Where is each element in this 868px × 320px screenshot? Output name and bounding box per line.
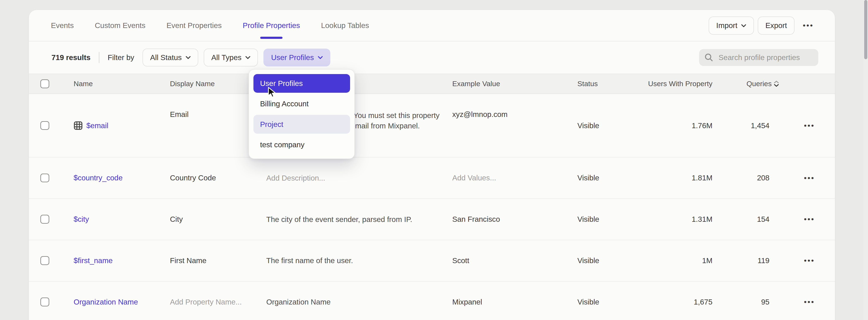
users-with-property-cell: 1.76M [641, 94, 713, 157]
search-input[interactable] [717, 52, 812, 62]
chevron-down-icon [245, 56, 250, 60]
type-filter-label: All Types [211, 53, 242, 62]
display-name-cell: Country Code [170, 157, 266, 199]
property-name-link[interactable]: $country_code [74, 174, 123, 182]
table-row: $city City The city of the event sender,… [29, 199, 835, 240]
search-box[interactable] [699, 49, 818, 66]
header-status: Status [578, 79, 641, 88]
filter-by-label: Filter by [108, 53, 134, 62]
header-users-with-property: Users With Property [641, 79, 713, 88]
row-checkbox[interactable] [40, 215, 49, 224]
row-actions-button[interactable]: ••• [804, 298, 815, 306]
header-actions: Import Export ••• [709, 16, 818, 35]
status-filter-button[interactable]: All Status [143, 48, 198, 67]
example-value-cell: San Francisco [452, 199, 578, 240]
status-cell: Visible [578, 282, 641, 320]
table-row: $email Email The user's email address. Y… [29, 94, 835, 157]
export-button[interactable]: Export [758, 16, 795, 35]
content-card: Events Custom Events Event Properties Pr… [29, 10, 835, 320]
row-checkbox[interactable] [40, 297, 49, 307]
profile-type-dropdown-menu: User Profiles Billing Account Project te… [249, 69, 355, 159]
example-value-cell: Mixpanel [452, 282, 578, 320]
queries-label: Queries [746, 79, 772, 88]
type-filter-button[interactable]: All Types [204, 48, 258, 67]
chevron-down-icon [318, 56, 323, 60]
row-actions-button[interactable]: ••• [804, 257, 815, 264]
profile-properties-page: Events Custom Events Event Properties Pr… [0, 0, 868, 320]
row-actions-button[interactable]: ••• [804, 122, 815, 129]
status-cell: Visible [578, 240, 641, 281]
results-count: 719 results [52, 53, 91, 62]
divider [99, 52, 99, 63]
ellipsis-icon: ••• [803, 22, 814, 29]
row-checkbox[interactable] [40, 174, 49, 182]
dropdown-item-test-company[interactable]: test company [253, 135, 350, 154]
users-with-property-cell: 1.81M [641, 157, 713, 199]
description-cell: The city of the event sender, parsed fro… [266, 214, 412, 225]
table-grid-icon [74, 121, 83, 130]
mouse-cursor-icon [268, 87, 277, 99]
header-example-value: Example Value [452, 79, 578, 88]
add-values-placeholder[interactable]: Add Values... [452, 157, 578, 199]
table-header: Name Display Name Description Example Va… [29, 74, 835, 94]
header-name: Name [74, 79, 170, 88]
queries-cell: 154 [713, 199, 779, 240]
row-actions-button[interactable]: ••• [804, 216, 815, 223]
tab-profile-properties[interactable]: Profile Properties [243, 10, 300, 41]
status-cell: Visible [578, 199, 641, 240]
tab-custom-events[interactable]: Custom Events [95, 10, 145, 41]
property-name-link[interactable]: $first_name [74, 256, 113, 265]
queries-cell: 208 [713, 157, 779, 199]
example-value-cell: xyz@lmnop.com [452, 94, 578, 157]
chevron-down-icon [741, 24, 746, 28]
sort-icon[interactable] [774, 81, 779, 87]
description-cell: Organization Name [266, 297, 331, 307]
queries-cell: 95 [713, 282, 779, 320]
example-value-cell: Scott [452, 240, 578, 281]
profile-type-filter-label: User Profiles [271, 53, 314, 62]
status-filter-label: All Status [150, 53, 182, 62]
table-row: $country_code Country Code Add Descripti… [29, 157, 835, 199]
scrollbar-track[interactable] [864, 0, 868, 320]
row-actions-button[interactable]: ••• [804, 174, 815, 182]
queries-cell: 1,454 [713, 94, 779, 157]
profile-type-filter-button[interactable]: User Profiles [264, 48, 330, 67]
more-options-button[interactable]: ••• [799, 17, 818, 34]
row-checkbox[interactable] [40, 121, 49, 130]
chevron-down-icon [186, 56, 191, 60]
tab-bar: Events Custom Events Event Properties Pr… [51, 10, 369, 41]
scrollbar-thumb[interactable] [864, 0, 868, 59]
add-description-placeholder[interactable]: Add Description... [266, 173, 325, 183]
tab-event-properties[interactable]: Event Properties [166, 10, 222, 41]
queries-cell: 119 [713, 240, 779, 281]
header-queries: Queries [713, 79, 779, 88]
property-name-link[interactable]: $city [74, 215, 89, 223]
description-cell: The first name of the user. [266, 255, 353, 266]
status-cell: Visible [578, 157, 641, 199]
tabs-row: Events Custom Events Event Properties Pr… [29, 10, 835, 42]
table-row: Organization Name Add Property Name... O… [29, 282, 835, 320]
add-property-name-placeholder[interactable]: Add Property Name... [170, 282, 266, 320]
filter-bar: 719 results Filter by All Status All Typ… [29, 41, 835, 73]
display-name-cell: First Name [170, 240, 266, 281]
table-row: $first_name First Name The first name of… [29, 240, 835, 282]
status-cell: Visible [578, 94, 641, 157]
tab-events[interactable]: Events [51, 10, 74, 41]
search-icon [705, 53, 713, 62]
import-label: Import [716, 21, 738, 30]
tab-lookup-tables[interactable]: Lookup Tables [321, 10, 369, 41]
users-with-property-cell: 1,675 [641, 282, 713, 320]
users-with-property-cell: 1M [641, 240, 713, 281]
property-name-link[interactable]: Organization Name [74, 298, 138, 306]
import-button[interactable]: Import [709, 16, 754, 35]
row-checkbox[interactable] [40, 256, 49, 265]
export-label: Export [765, 21, 787, 30]
select-all-checkbox[interactable] [40, 79, 49, 88]
header-checkbox-cell [29, 79, 74, 88]
display-name-cell: City [170, 199, 266, 240]
users-with-property-cell: 1.31M [641, 199, 713, 240]
property-name-link[interactable]: $email [86, 121, 108, 130]
dropdown-item-project[interactable]: Project [253, 115, 350, 134]
